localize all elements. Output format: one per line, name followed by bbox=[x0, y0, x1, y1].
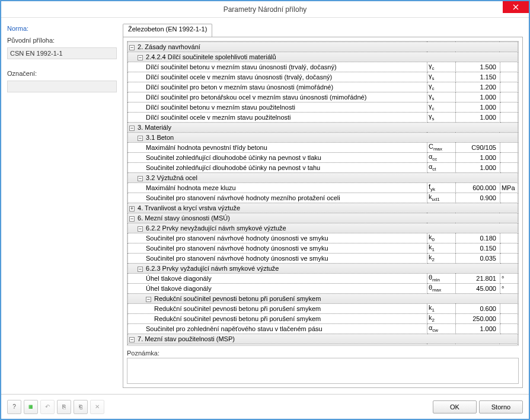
section-cell[interactable]: − 3.1 Beton bbox=[128, 133, 518, 143]
expander-icon[interactable]: − bbox=[138, 267, 143, 272]
tab-concrete[interactable]: Železobeton (EN 1992-1-1) bbox=[123, 24, 212, 37]
param-symbol-cell: k2 bbox=[427, 314, 455, 324]
tree-value-row[interactable]: Součinitel pro stanovení návrhové hodnot… bbox=[128, 243, 518, 254]
expander-icon[interactable]: − bbox=[129, 45, 135, 50]
section-cell[interactable]: − 3.2 Výztužná ocel bbox=[128, 173, 518, 183]
tree-section-row[interactable]: − Redukční součinitel pevnosti betonu př… bbox=[128, 294, 518, 304]
section-cell[interactable]: − 3. Materiály bbox=[128, 123, 518, 133]
section-cell[interactable]: + 4. Trvanlivost a krycí vrstva výztuže bbox=[128, 203, 518, 213]
left-panel: Norma: Původní příloha: Označení: bbox=[7, 24, 117, 388]
param-unit-cell bbox=[500, 314, 518, 324]
tree-section-row[interactable]: − 6.2.2 Prvky nevyžadující návrh smykové… bbox=[128, 223, 518, 233]
param-label-cell: Součinitel pro stanovení návrhové hodnot… bbox=[128, 233, 427, 243]
section-cell[interactable]: − 2. Zásady navrhování bbox=[128, 42, 518, 52]
expander-icon[interactable]: − bbox=[138, 226, 143, 232]
param-value-cell[interactable]: 1.000 bbox=[455, 163, 500, 173]
tree-value-row[interactable]: Součinitel zohledňující dlouhodobé účink… bbox=[128, 153, 518, 163]
tree-value-row[interactable]: Úhel tlakové diagonályθmax45.000° bbox=[128, 284, 518, 294]
section-cell[interactable]: − 6.2.2 Prvky nevyžadující návrh smykové… bbox=[128, 223, 518, 233]
button-bar: ? ▦ ↶ ⎘ ⎗ ✕ OK Storno bbox=[1, 394, 529, 419]
close-button[interactable] bbox=[503, 1, 529, 13]
param-value-cell[interactable]: 1.000 bbox=[455, 102, 500, 113]
ok-button[interactable]: OK bbox=[433, 400, 477, 413]
expander-icon[interactable]: + bbox=[129, 206, 135, 211]
copy-icon[interactable]: ⎘ bbox=[57, 400, 71, 414]
tree-value-row[interactable]: Úhel tlakové diagonályθmin21.801° bbox=[128, 274, 518, 284]
param-value-cell[interactable]: 600.000 bbox=[455, 183, 500, 193]
tree-section-row[interactable]: − 6.2.3 Prvky vyžadující návrh smykové v… bbox=[128, 264, 518, 274]
param-value-cell[interactable]: C90/105 bbox=[455, 143, 500, 153]
number-format-icon[interactable]: ▦ bbox=[24, 400, 38, 414]
tree-section-row[interactable]: − 2. Zásady navrhování bbox=[128, 42, 518, 52]
param-symbol-cell: k0 bbox=[427, 233, 455, 243]
tree-value-row[interactable]: Redukční součinitel pevnosti betonu při … bbox=[128, 314, 518, 324]
param-value-cell[interactable]: 250.000 bbox=[455, 314, 500, 324]
cancel-button[interactable]: Storno bbox=[479, 400, 523, 413]
tree-section-row[interactable]: − 3.2 Výztužná ocel bbox=[128, 173, 518, 183]
dialog-window: Parametry Národní přílohy Norma: Původní… bbox=[1, 1, 529, 419]
tree-section-row[interactable]: − 7. Mezní stav použitelnosti (MSP) bbox=[128, 334, 518, 344]
tree-value-row[interactable]: Součinitel pro zohlednění napěťového sta… bbox=[128, 324, 518, 334]
param-value-cell[interactable]: 0.600 bbox=[455, 304, 500, 314]
expander-icon[interactable]: − bbox=[138, 136, 143, 141]
section-cell[interactable]: − 6. Mezní stavy únosnosti (MSÚ) bbox=[128, 213, 518, 223]
section-cell[interactable]: + 7.2 Omezení napětí bbox=[128, 344, 518, 347]
tree-section-row[interactable]: − 3. Materiály bbox=[128, 123, 518, 133]
expander-icon[interactable]: − bbox=[138, 176, 143, 181]
param-value-cell[interactable]: 21.801 bbox=[455, 274, 500, 284]
remark-textarea[interactable] bbox=[127, 358, 519, 384]
section-cell[interactable]: − Redukční součinitel pevnosti betonu př… bbox=[128, 294, 518, 304]
param-value-cell[interactable]: 1.500 bbox=[455, 62, 500, 72]
param-value-cell[interactable]: 1.000 bbox=[455, 153, 500, 163]
param-value-cell[interactable]: 1.200 bbox=[455, 82, 500, 92]
orig-value-input[interactable] bbox=[7, 47, 117, 59]
tree-section-row[interactable]: + 7.2 Omezení napětí bbox=[128, 344, 518, 347]
tree-section-row[interactable]: − 2.4.2.4 Dílčí součinitele spolehlivoti… bbox=[128, 52, 518, 62]
param-value-cell[interactable]: 1.000 bbox=[455, 324, 500, 334]
tree-value-row[interactable]: Součinitel pro stanovení návrhové hodnot… bbox=[128, 233, 518, 243]
tree-section-row[interactable]: + 4. Trvanlivost a krycí vrstva výztuže bbox=[128, 203, 518, 213]
param-value-cell[interactable]: 1.000 bbox=[455, 113, 500, 123]
expander-icon[interactable]: − bbox=[129, 337, 135, 342]
tree-value-row[interactable]: Redukční součinitel pevnosti betonu při … bbox=[128, 304, 518, 314]
param-value-cell[interactable]: 0.180 bbox=[455, 233, 500, 243]
tree-value-row[interactable]: Dílčí součinitel ocele v mezním stavu ún… bbox=[128, 72, 518, 82]
expander-icon[interactable]: − bbox=[138, 55, 143, 60]
tree-value-row[interactable]: Součinitel pro stanovení návrhové hodnot… bbox=[128, 193, 518, 203]
tree-value-row[interactable]: Dílčí součinitel ocele v mezním stavu po… bbox=[128, 113, 518, 123]
section-cell[interactable]: − 2.4.2.4 Dílčí součinitele spolehlivoti… bbox=[128, 52, 518, 62]
tree-section-row[interactable]: − 3.1 Beton bbox=[128, 133, 518, 143]
designation-input[interactable] bbox=[7, 81, 117, 92]
tree-value-row[interactable]: Dílčí součinitel pro betonářskou ocel v … bbox=[128, 92, 518, 102]
tree-value-row[interactable]: Dílčí součinitel betonu v mezním stavu p… bbox=[128, 102, 518, 113]
tree-section-row[interactable]: − 6. Mezní stavy únosnosti (MSÚ) bbox=[128, 213, 518, 223]
param-unit-cell bbox=[500, 304, 518, 314]
section-cell[interactable]: − 7. Mezní stav použitelnosti (MSP) bbox=[128, 334, 518, 344]
tree-value-row[interactable]: Dílčí součinitel betonu v mezním stavu ú… bbox=[128, 62, 518, 72]
param-label-cell: Redukční součinitel pevnosti betonu při … bbox=[128, 304, 427, 314]
tree-value-row[interactable]: Součinitel zohledňující dlouhodobé účink… bbox=[128, 163, 518, 173]
param-value-cell[interactable]: 1.000 bbox=[455, 92, 500, 102]
tree-value-row[interactable]: Součinitel pro stanovení návrhové hodnot… bbox=[128, 254, 518, 264]
window-title: Parametry Národní přílohy bbox=[224, 5, 307, 14]
param-unit-cell bbox=[500, 254, 518, 264]
tree-value-row[interactable]: Maximální hodnota meze kluzufyk600.000MP… bbox=[128, 183, 518, 193]
tree-value-row[interactable]: Maximální hodnota pevnostní třídy betonu… bbox=[128, 143, 518, 153]
paste-icon[interactable]: ⎗ bbox=[74, 400, 88, 414]
param-symbol-cell: kud1 bbox=[427, 193, 455, 203]
param-value-cell[interactable]: 0.035 bbox=[455, 254, 500, 264]
param-value-cell[interactable]: 0.900 bbox=[455, 193, 500, 203]
param-unit-cell bbox=[500, 82, 518, 92]
tree-value-row[interactable]: Dílčí součinitel pro beton v mezním stav… bbox=[128, 82, 518, 92]
expander-icon[interactable]: − bbox=[129, 126, 135, 131]
section-cell[interactable]: − 6.2.3 Prvky vyžadující návrh smykové v… bbox=[128, 264, 518, 274]
param-value-cell[interactable]: 1.150 bbox=[455, 72, 500, 82]
section-label: 6. Mezní stavy únosnosti (MSÚ) bbox=[138, 214, 230, 222]
expander-icon[interactable]: − bbox=[146, 297, 151, 302]
parameter-tree-scroll[interactable]: − 2. Zásady navrhování− 2.4.2.4 Dílčí so… bbox=[127, 41, 519, 346]
param-value-cell[interactable]: 45.000 bbox=[455, 284, 500, 294]
param-value-cell[interactable]: 0.150 bbox=[455, 243, 500, 254]
expander-icon[interactable]: − bbox=[129, 216, 135, 222]
help-icon[interactable]: ? bbox=[7, 400, 21, 414]
section-label: 7.2 Omezení napětí bbox=[146, 345, 203, 346]
